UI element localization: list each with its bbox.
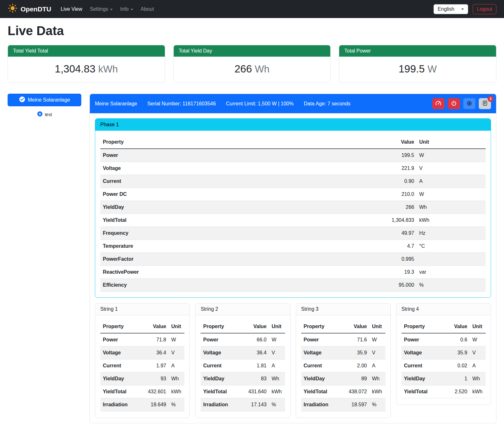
cell-value: 2.520 bbox=[443, 385, 470, 398]
cell-unit: A bbox=[169, 359, 184, 372]
column-header-property: Property bbox=[301, 320, 339, 333]
cell-value: 71.6 bbox=[339, 333, 370, 346]
power-icon bbox=[451, 100, 457, 107]
inverter-select-label: Meine Solaranlage bbox=[28, 97, 70, 103]
table-row: Voltage36.4V bbox=[201, 346, 285, 359]
cell-value: 199.5 bbox=[289, 149, 417, 162]
cell-property: ReactivePower bbox=[100, 266, 289, 279]
table-row: Irradiation18.649% bbox=[100, 398, 184, 411]
cell-property: YieldDay bbox=[201, 372, 239, 385]
table-row: YieldTotal1,304.833kWh bbox=[100, 214, 486, 227]
cell-value: 0.90 bbox=[289, 175, 417, 188]
phase-card-title: Phase 1 bbox=[95, 119, 491, 131]
cell-value: 83 bbox=[239, 372, 269, 385]
cell-value: 89 bbox=[339, 372, 370, 385]
cell-value: 0.02 bbox=[443, 359, 470, 372]
cpu-icon bbox=[466, 100, 472, 107]
cell-value: 0.995 bbox=[289, 253, 417, 266]
nav-item-info[interactable]: Info bbox=[116, 4, 137, 15]
table-row: YieldDay266Wh bbox=[100, 201, 486, 214]
cell-property: Voltage bbox=[401, 346, 443, 359]
cell-unit: kWh bbox=[470, 385, 486, 398]
table-row: YieldTotal432.601kWh bbox=[100, 385, 184, 398]
string-table: Property Value Unit Power0.6W Voltage35.… bbox=[401, 320, 486, 398]
cell-property: Power bbox=[201, 333, 239, 346]
table-row: YieldDay1Wh bbox=[401, 372, 486, 385]
chevron-down-icon bbox=[110, 9, 113, 10]
brand[interactable]: OpenDTU bbox=[8, 3, 51, 15]
chevron-down-icon bbox=[131, 9, 133, 10]
cell-unit: W bbox=[370, 333, 385, 346]
table-row: Current1.97A bbox=[100, 359, 184, 372]
phase-card: Phase 1 Property Value Unit bbox=[95, 118, 491, 298]
cell-unit: var bbox=[417, 266, 486, 279]
strings-grid: String 1 Property Value Unit bbox=[95, 303, 491, 418]
stat-unit: kWh bbox=[98, 64, 118, 75]
cell-property: YieldDay bbox=[100, 372, 139, 385]
device-info-button[interactable] bbox=[463, 98, 476, 109]
inverter-detail: Meine Solaranlage Serial Number: 1161716… bbox=[90, 94, 496, 423]
inverter-select-item-test[interactable]: test bbox=[8, 111, 81, 118]
cell-value: 36.4 bbox=[139, 346, 169, 359]
page-content: Live Data Total Yield Total 1,304.83kWh … bbox=[0, 18, 504, 430]
string-card-title: String 1 bbox=[95, 303, 190, 315]
inverter-data-age: Data Age: 7 seconds bbox=[304, 101, 351, 107]
limit-settings-button[interactable] bbox=[432, 98, 445, 109]
table-row: Power199.5W bbox=[100, 149, 486, 162]
table-row: YieldTotal2.520kWh bbox=[401, 385, 486, 398]
event-log-button[interactable]: 2 bbox=[479, 98, 491, 109]
cell-property: Frequency bbox=[100, 227, 289, 240]
stat-card-title: Total Yield Total bbox=[8, 45, 165, 57]
gauge-icon bbox=[435, 100, 441, 107]
cell-property: Efficiency bbox=[100, 279, 289, 292]
cell-property: Irradiation bbox=[201, 398, 239, 411]
cell-value: 17.143 bbox=[239, 398, 269, 411]
page-title: Live Data bbox=[8, 24, 496, 38]
nav-item-settings[interactable]: Settings bbox=[86, 4, 116, 15]
table-row: Current0.02A bbox=[401, 359, 486, 372]
table-row: YieldTotal438.072kWh bbox=[301, 385, 385, 398]
stat-card-title: Total Power bbox=[339, 45, 496, 57]
cell-unit: Wh bbox=[470, 372, 486, 385]
cell-unit: Wh bbox=[169, 372, 184, 385]
table-row: Power71.6W bbox=[301, 333, 385, 346]
column-header-property: Property bbox=[100, 320, 139, 333]
cell-property: Current bbox=[100, 175, 289, 188]
table-row: Current0.90A bbox=[100, 175, 486, 188]
cell-property: Current bbox=[201, 359, 239, 372]
cell-property: Temperature bbox=[100, 240, 289, 253]
cell-property: Irradiation bbox=[301, 398, 339, 411]
table-header-row: Property Value Unit bbox=[100, 136, 486, 149]
cell-unit: A bbox=[470, 359, 486, 372]
cell-value: 71.8 bbox=[139, 333, 169, 346]
language-select[interactable]: English bbox=[433, 4, 468, 14]
string-card-4: String 4 Property Value Unit bbox=[396, 303, 491, 405]
column-header-unit: Unit bbox=[269, 320, 285, 333]
string-card-3: String 3 Property Value Unit bbox=[296, 303, 391, 418]
table-row: Power DC210.0W bbox=[100, 188, 486, 201]
cell-value: 66.0 bbox=[239, 333, 269, 346]
cell-unit: V bbox=[470, 346, 486, 359]
inverter-select-button-active[interactable]: Meine Solaranlage bbox=[8, 94, 81, 106]
cell-property: YieldTotal bbox=[401, 385, 443, 398]
cell-property: Irradiation bbox=[100, 398, 139, 411]
stat-card-body: 1,304.83kWh bbox=[8, 57, 165, 83]
cell-property: YieldDay bbox=[401, 372, 443, 385]
cell-value: 438.072 bbox=[339, 385, 370, 398]
cell-property: Power bbox=[100, 149, 289, 162]
sun-icon bbox=[8, 3, 18, 15]
power-button[interactable] bbox=[448, 98, 460, 109]
nav-item-live-view[interactable]: Live View bbox=[57, 4, 86, 15]
table-row: Temperature4.7°C bbox=[100, 240, 486, 253]
nav-item-about[interactable]: About bbox=[137, 4, 158, 15]
cell-unit: V bbox=[417, 162, 486, 175]
logout-button[interactable]: Logout bbox=[473, 4, 496, 14]
string-card-title: String 3 bbox=[296, 303, 390, 315]
table-row: Voltage221.9V bbox=[100, 162, 486, 175]
inverter-selector: Meine Solaranlage test bbox=[8, 94, 81, 118]
stat-card-total-yield-day: Total Yield Day 266Wh bbox=[173, 45, 331, 83]
cell-unit: A bbox=[370, 359, 385, 372]
table-header-row: Property Value Unit bbox=[401, 320, 486, 333]
column-header-unit: Unit bbox=[370, 320, 385, 333]
table-row: Power0.6W bbox=[401, 333, 486, 346]
